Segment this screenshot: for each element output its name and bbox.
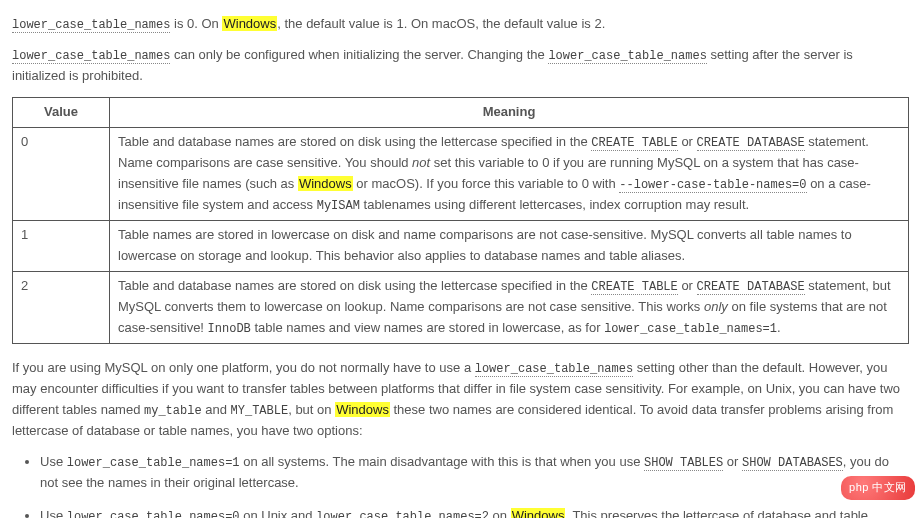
table-row: 1 Table names are stored in lowercase on…: [13, 221, 909, 272]
table-row: 0 Table and database names are stored on…: [13, 127, 909, 220]
code-var: lower_case_table_names: [12, 18, 170, 33]
highlight-windows: Windows: [335, 402, 390, 417]
intro-paragraph-1: lower_case_table_names is 0. On Windows,…: [12, 14, 909, 35]
highlight-windows: Windows: [511, 508, 566, 518]
options-list: Use lower_case_table_names=1 on all syst…: [12, 452, 909, 518]
table-header-meaning: Meaning: [110, 98, 909, 128]
table-header-value: Value: [13, 98, 110, 128]
table-row: 2 Table and database names are stored on…: [13, 271, 909, 343]
list-item: Use lower_case_table_names=0 on Unix and…: [40, 506, 909, 518]
list-item: Use lower_case_table_names=1 on all syst…: [40, 452, 909, 494]
value-cell: 2: [13, 271, 110, 343]
watermark-badge: php 中文网: [841, 476, 915, 500]
value-cell: 0: [13, 127, 110, 220]
value-cell: 1: [13, 221, 110, 272]
code-var: lower_case_table_names: [548, 49, 706, 64]
meaning-cell: Table names are stored in lowercase on d…: [110, 221, 909, 272]
highlight-windows: Windows: [222, 16, 277, 31]
highlight-windows: Windows: [298, 176, 353, 191]
meaning-cell: Table and database names are stored on d…: [110, 271, 909, 343]
values-table: Value Meaning 0 Table and database names…: [12, 97, 909, 344]
after-paragraph: If you are using MySQL on only one platf…: [12, 358, 909, 442]
code-var: lower_case_table_names: [12, 49, 170, 64]
meaning-cell: Table and database names are stored on d…: [110, 127, 909, 220]
intro-paragraph-2: lower_case_table_names can only be confi…: [12, 45, 909, 87]
